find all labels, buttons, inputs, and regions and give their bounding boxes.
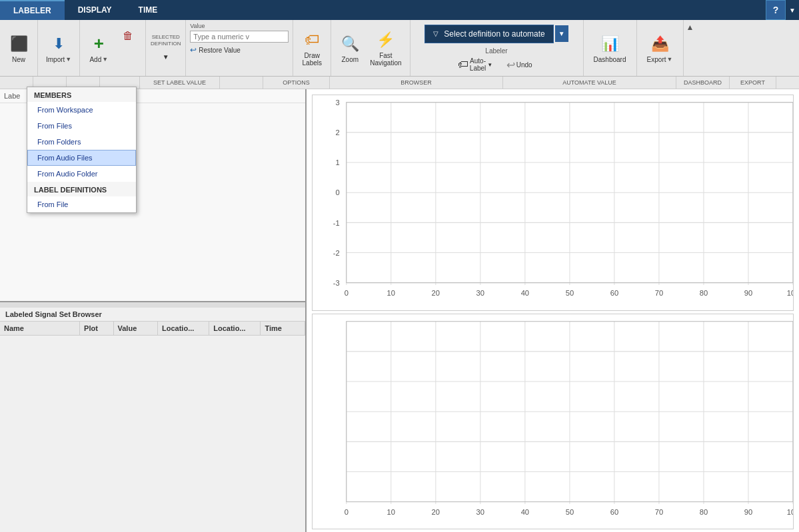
- ribbon-group-export: 📤 Export ▼: [637, 20, 684, 76]
- col-header-location2: Locatio...: [209, 322, 261, 335]
- draw-labels-label: DrawLabels: [303, 52, 322, 67]
- draw-labels-button[interactable]: 🏷 DrawLabels: [297, 27, 327, 69]
- chart-2-svg: 0 10 20 30 40 50 60 70 80 90 100: [313, 314, 793, 529]
- auto-label-text: Auto-Label: [470, 57, 486, 72]
- members-section-header: MEMBERS: [27, 87, 136, 102]
- zoom-label: Zoom: [341, 56, 359, 63]
- dashboard-button[interactable]: 📊 Dashboard: [590, 31, 630, 66]
- auto-label-controls: 🏷 Auto-Label ▼ ↩ Undo: [454, 56, 539, 73]
- export-arrow-icon: ▼: [667, 56, 673, 63]
- chart-1-svg: 3 2 1 0 -1 -2 -3 0 10 20 30 40 50 60 70 …: [313, 95, 793, 310]
- add-label: Add: [89, 56, 101, 63]
- delete-button[interactable]: 🗑: [115, 27, 141, 45]
- from-files-item[interactable]: From Files: [27, 118, 136, 134]
- auto-label-button[interactable]: 🏷 Auto-Label ▼: [454, 56, 496, 73]
- chevron-down-icon: ▼: [789, 7, 796, 14]
- value-label: Value: [190, 23, 289, 29]
- help-button[interactable]: ?: [766, 0, 786, 20]
- from-folders-item[interactable]: From Folders: [27, 134, 136, 150]
- dashboard-icon: 📊: [599, 33, 620, 55]
- fast-nav-label: FastNavigation: [370, 52, 401, 67]
- select-definition-dropdown[interactable]: ▽ Select definition to automate: [424, 25, 553, 43]
- export-label: Export: [647, 56, 666, 63]
- restore-label: Restore Value: [199, 47, 241, 54]
- svg-text:20: 20: [432, 507, 440, 515]
- import-arrow-icon: ▼: [65, 56, 71, 63]
- options-label: OPTIONS: [283, 79, 310, 86]
- tab-display[interactable]: DISPLAY: [65, 0, 125, 20]
- automate-dropdown-arrow[interactable]: ▼: [555, 25, 568, 42]
- export-icon: 📤: [649, 33, 670, 55]
- undo-button[interactable]: ↩ Undo: [499, 56, 539, 73]
- import-button[interactable]: ⬇ Import ▼: [42, 31, 75, 66]
- svg-text:90: 90: [744, 289, 752, 297]
- filter-icon: ▽: [433, 30, 438, 37]
- fast-navigation-button[interactable]: ⚡ FastNavigation: [366, 27, 405, 69]
- undo-label: Undo: [516, 61, 532, 69]
- svg-text:60: 60: [610, 289, 618, 297]
- ribbon-collapse[interactable]: ▲: [684, 20, 697, 76]
- import-icon: ⬇: [48, 33, 69, 55]
- automate-value-section-name: AUTOMATE VALUE: [503, 77, 676, 89]
- label-definitions-section-header: LABEL DEFINITIONS: [27, 182, 136, 196]
- definition-dropdown-icon: ▼: [163, 50, 169, 62]
- browser-label: BROWSER: [400, 79, 432, 86]
- automate-controls: ▽ Select definition to automate ▼: [424, 23, 568, 45]
- svg-text:80: 80: [700, 507, 708, 515]
- dashboard-section-name: DASHBOARD: [676, 77, 730, 89]
- restore-value-button[interactable]: ↩ Restore Value: [190, 44, 289, 56]
- add-button[interactable]: + Add ▼: [84, 31, 113, 66]
- ribbon-group-automate: ▽ Select definition to automate ▼ Labele…: [410, 20, 584, 76]
- svg-text:70: 70: [655, 507, 663, 515]
- dashboard-section-label: DASHBOARD: [684, 79, 722, 86]
- svg-text:100: 100: [787, 507, 793, 515]
- ribbon-group-add: + Add ▼ 🗑: [80, 20, 146, 76]
- from-audio-folder-item[interactable]: From Audio Folder: [27, 166, 136, 182]
- auto-label-arrow: ▼: [487, 62, 492, 68]
- from-file-item[interactable]: From File: [27, 196, 136, 212]
- svg-text:30: 30: [476, 289, 484, 297]
- set-label-value-section-name: SET LABEL VALUE: [140, 77, 220, 89]
- ribbon-group-import: ⬇ Import ▼: [38, 20, 80, 76]
- title-bar: LABELER DISPLAY TIME ? ▼: [0, 0, 799, 20]
- fast-nav-icon: ⚡: [375, 29, 397, 51]
- svg-text:70: 70: [655, 289, 663, 297]
- ribbon-group-draw: 🏷 DrawLabels: [293, 20, 331, 76]
- add-icon: +: [88, 33, 109, 55]
- svg-text:1: 1: [335, 158, 339, 166]
- zoom-button[interactable]: 🔍 Zoom: [335, 31, 365, 66]
- select-definition-label: Select definition to automate: [444, 29, 544, 39]
- svg-text:-3: -3: [333, 279, 340, 287]
- horizontal-scrollbar[interactable]: [0, 302, 305, 308]
- tab-time[interactable]: TIME: [125, 0, 171, 20]
- col-header-location1: Locatio...: [158, 322, 209, 335]
- automate-value-label: AUTOMATE VALUE: [562, 79, 616, 86]
- set-label-value-label: SET LABEL VALUE: [153, 79, 206, 86]
- export-button[interactable]: 📤 Export ▼: [643, 31, 677, 66]
- svg-text:40: 40: [521, 507, 529, 515]
- from-workspace-item[interactable]: From Workspace: [27, 102, 136, 118]
- import-dropdown-menu: MEMBERS From Workspace From Files From F…: [27, 87, 137, 213]
- col-header-plot: Plot: [80, 322, 113, 335]
- chart-1: 3 2 1 0 -1 -2 -3 0 10 20 30 40 50 60 70 …: [312, 95, 794, 311]
- tab-labeler[interactable]: LABELER: [0, 0, 65, 20]
- new-button[interactable]: ⬛ New: [4, 31, 33, 66]
- svg-text:10: 10: [387, 507, 395, 515]
- svg-text:-1: -1: [333, 218, 340, 226]
- export-section-label: EXPORT: [740, 79, 765, 86]
- undo-icon: ↩: [506, 59, 515, 71]
- ribbon-group-value: Value ↩ Restore Value: [186, 20, 293, 76]
- svg-text:0: 0: [345, 507, 349, 515]
- from-audio-files-item[interactable]: From Audio Files: [27, 150, 136, 166]
- window-menu-button[interactable]: ▼: [786, 0, 799, 20]
- col-header-name: Name: [0, 322, 80, 335]
- export-section-name: EXPORT: [730, 77, 776, 89]
- ribbon: ⬛ New ⬇ Import ▼ +: [0, 20, 799, 89]
- col-header-value: Value: [114, 322, 159, 335]
- svg-text:10: 10: [387, 289, 395, 297]
- delete-icon: 🗑: [121, 29, 135, 43]
- zoom-icon: 🔍: [339, 33, 361, 55]
- value-input[interactable]: [190, 31, 289, 43]
- auto-label-icon: 🏷: [458, 59, 468, 71]
- chart-2: 0 10 20 30 40 50 60 70 80 90 100: [312, 314, 794, 530]
